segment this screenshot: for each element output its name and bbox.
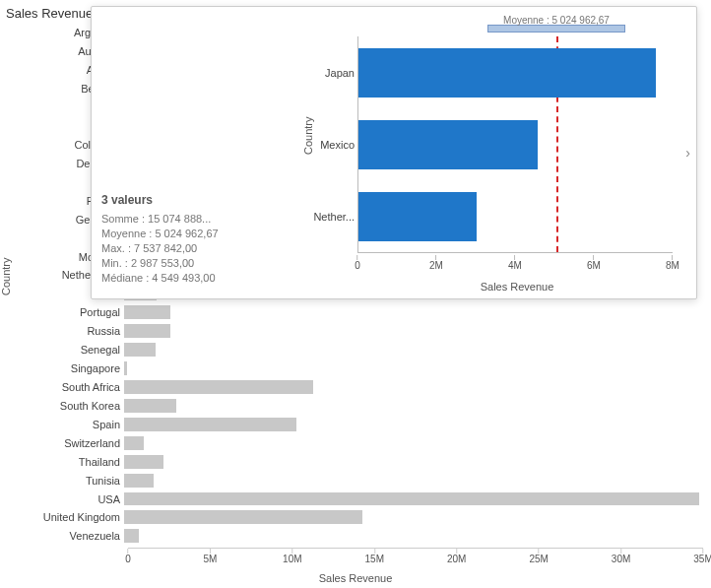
category-label: Venezuela [0, 530, 124, 542]
stats-line: Moyenne : 5 024 962,67 [101, 228, 289, 239]
bar[interactable] [124, 436, 144, 450]
main-bar-row[interactable]: Portugal [128, 303, 703, 322]
popup-x-axis-label: Sales Revenue [357, 281, 677, 293]
category-label: Tunisia [0, 475, 124, 487]
x-tick: 2M [429, 255, 443, 271]
x-tick: 0 [125, 549, 131, 564]
popup-bar-row[interactable]: Japan [358, 43, 656, 102]
category-label: Portugal [0, 306, 124, 318]
stats-line: Somme : 15 074 888... [101, 213, 289, 225]
category-label: Singapore [0, 362, 124, 374]
main-bar-row[interactable]: USA [128, 490, 703, 508]
category-label: Japan [290, 67, 355, 79]
main-x-axis-label: Sales Revenue [0, 572, 711, 584]
main-bar-row[interactable]: Russia [128, 322, 703, 341]
bar[interactable] [124, 455, 163, 469]
detail-popup: 3 valeurs Somme : 15 074 888... Moyenne … [91, 6, 697, 299]
bar[interactable] [124, 418, 296, 431]
bar[interactable] [124, 399, 176, 413]
stats-line: Min. : 2 987 553,00 [101, 257, 289, 269]
main-bar-row[interactable]: Senegal [128, 341, 703, 359]
x-tick: 20M [447, 549, 466, 564]
x-tick: 4M [508, 255, 522, 271]
category-label: USA [0, 493, 124, 505]
x-tick: 25M [529, 549, 548, 564]
category-label: South Africa [0, 381, 124, 393]
popup-bar-row[interactable]: Nether... [358, 187, 477, 246]
stats-line: Médiane : 4 549 493,00 [101, 272, 289, 284]
x-tick: 30M [612, 549, 630, 564]
x-tick: 5M [203, 549, 217, 564]
popup-chart-plot: Moyenne : 5 024 962,67 JapanMexicoNether… [357, 36, 673, 253]
main-bar-row[interactable]: Thailand [128, 452, 703, 471]
main-chart-title: Sales Revenue [6, 6, 93, 21]
x-tick: 8M [666, 255, 679, 271]
mean-marker [487, 25, 625, 33]
category-label: Nether... [290, 211, 355, 223]
bar[interactable] [358, 120, 538, 169]
category-label: Mexico [290, 139, 355, 151]
main-bar-row[interactable]: Switzerland [128, 433, 703, 452]
main-bar-row[interactable]: South Africa [128, 378, 703, 397]
x-tick: 15M [365, 549, 384, 564]
category-label: Russia [0, 325, 124, 337]
bar[interactable] [124, 529, 139, 543]
bar[interactable] [124, 324, 170, 338]
main-bar-row[interactable]: Spain [128, 415, 703, 433]
main-bar-row[interactable]: United Kingdom [128, 508, 703, 527]
bar[interactable] [124, 305, 170, 319]
bar[interactable] [358, 192, 477, 241]
category-label: Thailand [0, 456, 124, 468]
category-label: South Korea [0, 400, 124, 412]
x-tick: 0 [355, 255, 360, 271]
mean-label: Moyenne : 5 024 962,67 [503, 15, 610, 26]
main-bar-row[interactable]: Tunisia [128, 471, 703, 490]
x-tick: 10M [283, 549, 301, 564]
stats-header: 3 valeurs [101, 193, 289, 207]
popup-bar-row[interactable]: Mexico [358, 115, 538, 174]
main-bar-row[interactable]: South Korea [128, 396, 703, 415]
bar[interactable] [124, 380, 313, 394]
x-tick: 6M [587, 255, 601, 271]
bar[interactable] [124, 343, 156, 357]
category-label: Switzerland [0, 437, 124, 449]
main-bar-row[interactable]: Singapore [128, 359, 703, 378]
x-tick: 35M [693, 549, 711, 564]
stats-panel: 3 valeurs Somme : 15 074 888... Moyenne … [101, 193, 289, 287]
stats-line: Max. : 7 537 842,00 [101, 242, 289, 254]
main-bar-row[interactable]: Venezuela [128, 527, 703, 546]
category-label: Spain [0, 419, 124, 430]
popup-x-axis: 02M4M6M8M [357, 255, 673, 271]
category-label: United Kingdom [0, 511, 124, 523]
bar[interactable] [124, 492, 699, 506]
bar[interactable] [124, 361, 127, 375]
next-icon[interactable]: › [685, 145, 690, 161]
category-label: Senegal [0, 344, 124, 356]
bar[interactable] [124, 474, 154, 488]
main-x-axis: 05M10M15M20M25M30M35M [128, 548, 703, 563]
bar[interactable] [124, 510, 362, 524]
bar[interactable] [358, 48, 656, 98]
